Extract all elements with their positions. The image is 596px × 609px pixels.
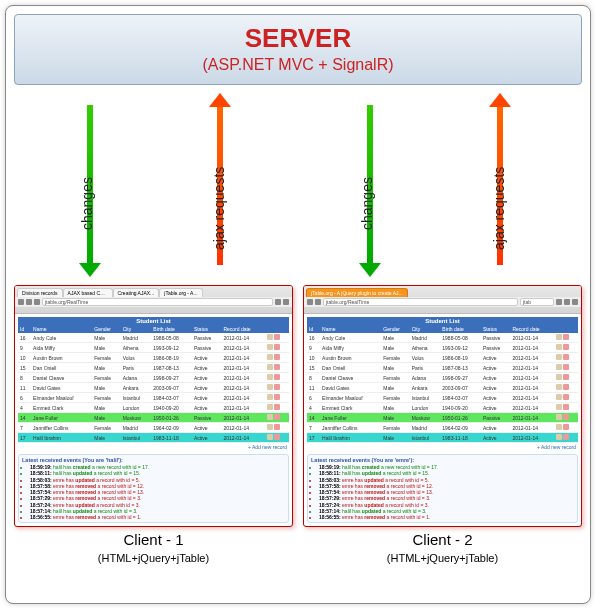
browser-tab[interactable]: AJAX based CR... — [63, 288, 113, 297]
search-box[interactable]: jtab — [520, 298, 554, 306]
delete-icon[interactable] — [563, 414, 569, 420]
table-header[interactable]: Record date — [221, 325, 264, 333]
edit-icon[interactable] — [267, 384, 273, 390]
table-header[interactable]: Status — [481, 325, 511, 333]
address-bar[interactable]: jtable.org/RealTime — [323, 298, 518, 306]
home-icon[interactable] — [556, 299, 562, 305]
delete-icon[interactable] — [563, 434, 569, 440]
table-row[interactable]: 8Daniel CleaveFemaleAdana1998-09-27Activ… — [18, 373, 289, 383]
delete-icon[interactable] — [563, 424, 569, 430]
edit-icon[interactable] — [267, 424, 273, 430]
table-header[interactable]: Name — [320, 325, 381, 333]
bookmark-icon[interactable] — [564, 299, 570, 305]
table-row[interactable]: 14Jane FullerMaleMoskow1950-01-26Passive… — [18, 413, 289, 423]
delete-icon[interactable] — [274, 384, 280, 390]
edit-icon[interactable] — [556, 414, 562, 420]
browser-tab[interactable]: jTable.org - A jQuery plugin to create A… — [306, 288, 408, 297]
table-row[interactable]: 11David GatesMaleAnkara2003-09-07Active2… — [18, 383, 289, 393]
edit-icon[interactable] — [267, 414, 273, 420]
menu-icon[interactable] — [283, 299, 289, 305]
table-row[interactable]: 16Andy ColeMaleMadrid1988-05-08Passive20… — [18, 333, 289, 343]
delete-icon[interactable] — [563, 334, 569, 340]
delete-icon[interactable] — [274, 424, 280, 430]
table-row[interactable]: 8Daniel CleaveFemaleAdana1998-09-27Activ… — [307, 373, 578, 383]
table-header[interactable]: Gender — [92, 325, 120, 333]
table-row[interactable]: 7Janniffer CollinsFemaleMadrid1964-02-09… — [18, 423, 289, 433]
edit-icon[interactable] — [267, 344, 273, 350]
table-header[interactable]: Name — [31, 325, 92, 333]
table-header[interactable]: Id — [18, 325, 31, 333]
table-row[interactable]: 11David GatesMaleAnkara2003-09-07Active2… — [307, 383, 578, 393]
table-row[interactable]: 9Aida MiffyMaleAthena1993-09-12Passive20… — [18, 343, 289, 353]
edit-icon[interactable] — [556, 334, 562, 340]
address-bar[interactable]: jtable.org/RealTime — [42, 298, 273, 306]
delete-icon[interactable] — [274, 354, 280, 360]
nav-back-icon[interactable] — [18, 299, 24, 305]
add-new-record[interactable]: + Add new record — [307, 443, 578, 451]
table-header[interactable]: Id — [307, 325, 320, 333]
table-row[interactable]: 10Austin BrownFemaleVolos1986-08-19Activ… — [307, 353, 578, 363]
browser-tab[interactable]: Creating AJAX... — [113, 288, 160, 297]
delete-icon[interactable] — [274, 394, 280, 400]
edit-icon[interactable] — [556, 344, 562, 350]
edit-icon[interactable] — [267, 364, 273, 370]
edit-icon[interactable] — [556, 384, 562, 390]
delete-icon[interactable] — [274, 364, 280, 370]
table-row[interactable]: 15Dan OniellMaleParis1987-08-13Active201… — [307, 363, 578, 373]
table-row[interactable]: 4Emmett ClarkMaleLondon1940-09-20Active2… — [307, 403, 578, 413]
edit-icon[interactable] — [556, 374, 562, 380]
nav-fwd-icon[interactable] — [26, 299, 32, 305]
delete-icon[interactable] — [274, 334, 280, 340]
table-header[interactable]: City — [410, 325, 441, 333]
table-row[interactable]: 14Jane FullerMaleMoskow1950-01-26Passive… — [307, 413, 578, 423]
delete-icon[interactable] — [563, 374, 569, 380]
table-header[interactable]: Birth date — [151, 325, 192, 333]
edit-icon[interactable] — [267, 354, 273, 360]
delete-icon[interactable] — [563, 364, 569, 370]
table-row[interactable]: 9Aida MiffyMaleAthena1993-09-12Passive20… — [307, 343, 578, 353]
bookmark-icon[interactable] — [275, 299, 281, 305]
delete-icon[interactable] — [563, 384, 569, 390]
browser-tab[interactable]: Division records — [17, 288, 63, 297]
table-row[interactable]: 4Emmett ClarkMaleLondon1940-09-20Active2… — [18, 403, 289, 413]
delete-icon[interactable] — [563, 344, 569, 350]
table-row[interactable]: 6Elmander MaaloufFemaleIstanbul1984-03-0… — [307, 393, 578, 403]
table-row[interactable]: 10Austin BrownFemaleVolos1986-08-19Activ… — [18, 353, 289, 363]
delete-icon[interactable] — [274, 344, 280, 350]
edit-icon[interactable] — [267, 404, 273, 410]
edit-icon[interactable] — [267, 434, 273, 440]
nav-back-icon[interactable] — [307, 299, 313, 305]
table-header[interactable]: City — [121, 325, 152, 333]
delete-icon[interactable] — [274, 434, 280, 440]
feed-icon[interactable] — [572, 299, 578, 305]
table-row[interactable]: 16Andy ColeMaleMadrid1988-05-08Passive20… — [307, 333, 578, 343]
table-row[interactable]: 17Halil IbrahimMaleIstanbul1983-11-18Act… — [307, 433, 578, 443]
delete-icon[interactable] — [563, 354, 569, 360]
delete-icon[interactable] — [274, 374, 280, 380]
edit-icon[interactable] — [267, 374, 273, 380]
table-header[interactable]: Birth date — [440, 325, 481, 333]
delete-icon[interactable] — [563, 404, 569, 410]
edit-icon[interactable] — [556, 354, 562, 360]
edit-icon[interactable] — [267, 394, 273, 400]
edit-icon[interactable] — [556, 394, 562, 400]
reload-icon[interactable] — [34, 299, 40, 305]
add-new-record[interactable]: + Add new record — [18, 443, 289, 451]
table-row[interactable]: 15Dan OniellMaleParis1987-08-13Active201… — [18, 363, 289, 373]
table-header[interactable]: Gender — [381, 325, 409, 333]
table-row[interactable]: 17Halil IbrahimMaleIstanbul1983-11-18Act… — [18, 433, 289, 443]
table-row[interactable]: 6Elmander MaaloufFemaleIstanbul1984-03-0… — [18, 393, 289, 403]
browser-tab[interactable]: jTable.org - A... — [159, 288, 202, 297]
table-header[interactable]: Status — [192, 325, 222, 333]
table-header[interactable]: Record date — [510, 325, 553, 333]
delete-icon[interactable] — [274, 404, 280, 410]
edit-icon[interactable] — [556, 424, 562, 430]
table-row[interactable]: 7Janniffer CollinsFemaleMadrid1964-02-09… — [307, 423, 578, 433]
edit-icon[interactable] — [556, 434, 562, 440]
delete-icon[interactable] — [563, 394, 569, 400]
nav-fwd-icon[interactable] — [315, 299, 321, 305]
edit-icon[interactable] — [267, 334, 273, 340]
edit-icon[interactable] — [556, 364, 562, 370]
delete-icon[interactable] — [274, 414, 280, 420]
edit-icon[interactable] — [556, 404, 562, 410]
